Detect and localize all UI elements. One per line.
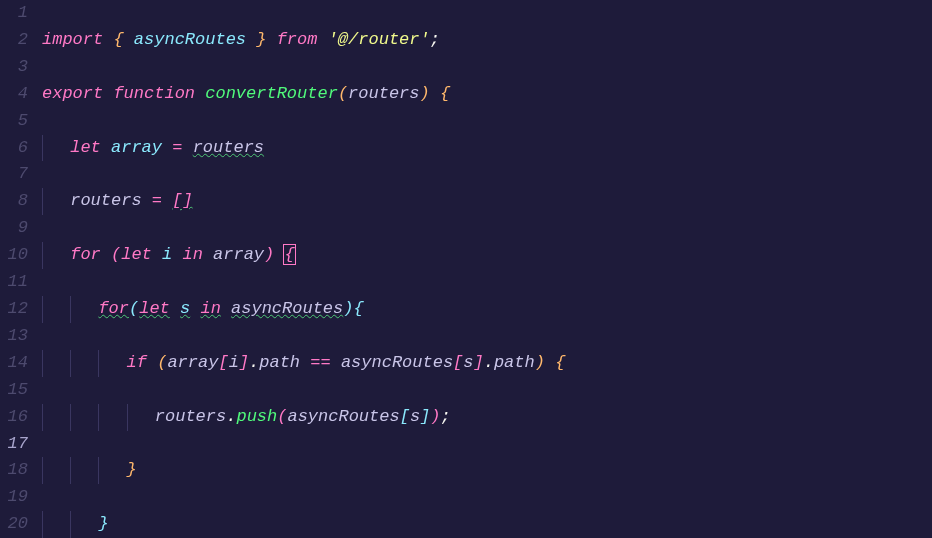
line-number: 4: [0, 81, 28, 108]
code-area[interactable]: import { asyncRoutes } from '@/router'; …: [42, 0, 932, 538]
line-number: 14: [0, 350, 28, 377]
code-line[interactable]: if (array[i].path == asyncRoutes[s].path…: [42, 350, 932, 377]
code-line[interactable]: }: [42, 457, 932, 484]
line-number: 15: [0, 377, 28, 404]
code-line[interactable]: for(let s in asyncRoutes){: [42, 296, 932, 323]
line-number: 11: [0, 269, 28, 296]
line-number-gutter: 1 2 3 4 5 6 7 8 9 10 11 12 13 14 15 16 1…: [0, 0, 42, 538]
line-number: 13: [0, 323, 28, 350]
line-number: 2: [0, 27, 28, 54]
line-number: 10: [0, 242, 28, 269]
line-number: 16: [0, 404, 28, 431]
line-number: 8: [0, 188, 28, 215]
line-number: 6: [0, 135, 28, 162]
line-number: 5: [0, 108, 28, 135]
code-line[interactable]: export function convertRouter(routers) {: [42, 81, 932, 108]
code-line[interactable]: import { asyncRoutes } from '@/router';: [42, 27, 932, 54]
code-line[interactable]: let array = routers: [42, 135, 932, 162]
line-number: 9: [0, 215, 28, 242]
code-line[interactable]: routers.push(asyncRoutes[s]);: [42, 404, 932, 431]
code-line[interactable]: }: [42, 511, 932, 538]
line-number: 20: [0, 511, 28, 538]
line-number: 7: [0, 161, 28, 188]
line-number: 12: [0, 296, 28, 323]
code-line[interactable]: routers = []: [42, 188, 932, 215]
line-number: 17: [0, 431, 28, 458]
line-number: 18: [0, 457, 28, 484]
line-number: 3: [0, 54, 28, 81]
code-line[interactable]: for (let i in array) {: [42, 242, 932, 269]
line-number: 1: [0, 0, 28, 27]
line-number: 19: [0, 484, 28, 511]
code-editor[interactable]: 1 2 3 4 5 6 7 8 9 10 11 12 13 14 15 16 1…: [0, 0, 932, 538]
